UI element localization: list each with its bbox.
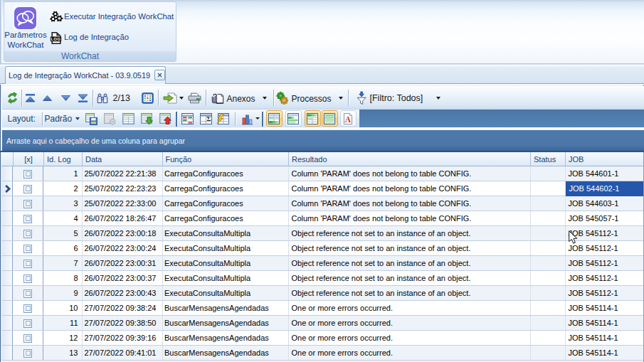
svg-text:Σ: Σ [206, 115, 211, 122]
svg-text:LOG: LOG [51, 37, 61, 41]
svg-text:A: A [345, 115, 352, 124]
